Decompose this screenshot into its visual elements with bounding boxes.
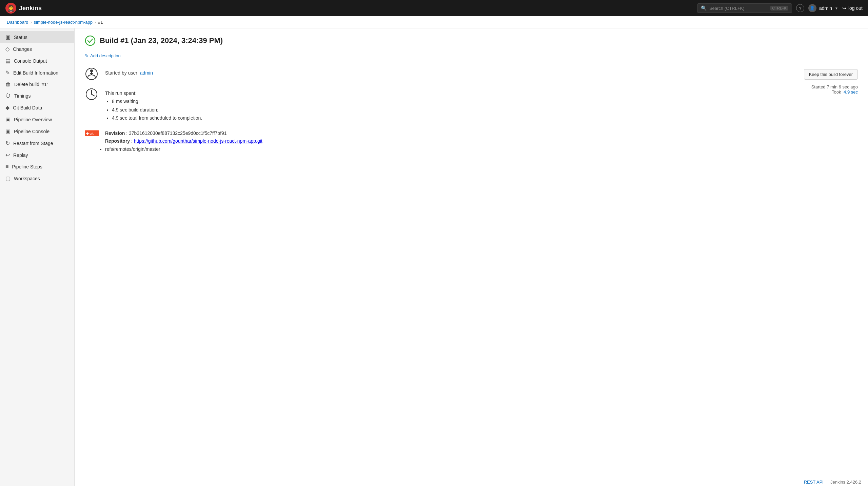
breadcrumb-project[interactable]: simple-node-js-react-npm-app [34,20,93,25]
sidebar-item-delete-build[interactable]: 🗑 Delete build '#1' [0,79,74,90]
repository-row: Repository : https://github.com/gounthar… [105,137,262,145]
sidebar-label-timings: Timings [14,93,31,99]
version-label: Jenkins 2.426.2 [830,480,861,485]
run-spent-label: This run spent: [105,89,858,97]
sidebar-label-workspaces: Workspaces [14,176,40,181]
logout-label: log out [848,5,863,11]
build-title: Build #1 (Jan 23, 2024, 3:24:39 PM) [100,36,223,45]
page-layout: ▣ Status ◇ Changes ▤ Console Output ✎ Ed… [0,28,868,486]
footer: REST API Jenkins 2.426.2 [797,476,868,486]
revision-row: Revision : 37b31612030ef887132c25e9d0cc1… [105,129,262,138]
svg-line-6 [92,94,94,96]
started-by-row: Started by user admin [85,67,858,81]
started-by-label: Started by user [105,70,137,76]
git-row: ◆ git Revision : 37b31612030ef887132c25e… [85,129,858,154]
svg-text:◆ git: ◆ git [86,131,94,135]
timings-icon: ⏱ [5,93,11,99]
git-logo: ◆ git [85,129,98,137]
started-by-icon [85,67,98,81]
sidebar-item-restart-from-stage[interactable]: ↻ Restart from Stage [0,137,74,149]
sidebar-item-workspaces[interactable]: ▢ Workspaces [0,172,74,184]
started-by-user-link[interactable]: admin [140,70,153,76]
run-spent-content: This run spent: 8 ms waiting; 4.9 sec bu… [105,87,858,123]
add-description-label: Add description [90,53,121,58]
run-spent-icon [85,87,98,101]
edit-icon: ✎ [5,69,10,76]
sidebar-label-replay: Replay [13,152,28,158]
sidebar-item-changes[interactable]: ◇ Changes [0,43,74,55]
jenkins-logo[interactable]: 🤵 Jenkins [5,3,42,14]
workspace-icon: ▢ [5,175,11,182]
run-spent-item-1: 4.9 sec build duration; [112,106,858,114]
search-input[interactable] [709,6,768,11]
sidebar-label-console: Console Output [14,58,47,64]
build-meta: Started 7 min 6 sec ago Took 4.9 sec [811,84,858,95]
sidebar: ▣ Status ◇ Changes ▤ Console Output ✎ Ed… [0,28,75,486]
breadcrumb-build: #1 [98,20,103,25]
rest-api-link[interactable]: REST API [804,480,824,485]
add-description[interactable]: ✎ Add description [85,53,121,58]
breadcrumb: Dashboard › simple-node-js-react-npm-app… [0,16,868,28]
search-bar[interactable]: 🔍 CTRL+K [697,3,792,13]
run-spent-row: This run spent: 8 ms waiting; 4.9 sec bu… [85,87,858,123]
logout-icon: ↪ [842,5,846,11]
pencil-icon: ✎ [85,53,88,58]
revision-value: 37b31612030ef887132c25e9d0cc1f5c7ff7bf91 [129,130,227,136]
logout-area[interactable]: ↪ log out [842,5,863,11]
sidebar-item-git-build-data[interactable]: ◆ Git Build Data [0,102,74,114]
git-ref-item: refs/remotes/origin/master [105,145,262,154]
user-area[interactable]: 👤 admin ▼ [808,4,838,12]
sidebar-item-timings[interactable]: ⏱ Timings [0,90,74,102]
git-content: Revision : 37b31612030ef887132c25e9d0cc1… [105,129,262,154]
sidebar-label-pipeline-console: Pipeline Console [14,129,50,134]
replay-icon: ↩ [5,152,10,158]
app-header: 🤵 Jenkins 🔍 CTRL+K ? 👤 admin ▼ ↪ log out [0,0,868,16]
svg-point-0 [85,36,95,45]
pipeline-console-icon: ▣ [5,128,11,135]
sidebar-item-replay[interactable]: ↩ Replay [0,149,74,161]
sidebar-item-pipeline-overview[interactable]: ▣ Pipeline Overview [0,114,74,125]
build-info: Started by user admin This run spent: [85,67,858,154]
breadcrumb-dashboard[interactable]: Dashboard [7,20,28,25]
started-by-content: Started by user admin [105,67,858,77]
pipeline-icon: ▣ [5,116,11,123]
sidebar-item-status[interactable]: ▣ Status [0,31,74,43]
help-icon[interactable]: ? [796,4,804,12]
took-info: Took 4.9 sec [811,89,858,95]
breadcrumb-sep-1: › [31,20,32,25]
status-icon: ▣ [5,34,11,40]
took-label: Took [832,89,841,95]
sidebar-label-delete: Delete build '#1' [14,82,48,87]
avatar: 👤 [808,4,816,12]
revision-label: Revision [105,130,125,136]
sidebar-label-pipeline: Pipeline Overview [14,117,52,122]
main-content: Build #1 (Jan 23, 2024, 3:24:39 PM) Keep… [75,28,868,486]
steps-icon: ≡ [5,164,8,170]
sidebar-label-restart: Restart from Stage [13,141,53,146]
changes-icon: ◇ [5,46,9,52]
chevron-down-icon: ▼ [835,6,838,10]
sidebar-label-status: Status [14,35,27,40]
search-shortcut-badge: CTRL+K [770,6,788,11]
run-spent-item-2: 4.9 sec total from scheduled to completi… [112,114,858,122]
sidebar-item-pipeline-steps[interactable]: ≡ Pipeline Steps [0,161,74,172]
sidebar-label-steps: Pipeline Steps [12,164,42,169]
svg-point-2 [90,69,93,72]
sidebar-item-pipeline-console[interactable]: ▣ Pipeline Console [0,125,74,137]
sidebar-label-edit-build: Edit Build Information [13,70,58,76]
repository-url-link[interactable]: https://github.com/gounthar/simple-node-… [134,138,262,144]
git-refs-list: refs/remotes/origin/master [105,145,262,154]
sidebar-label-git: Git Build Data [13,105,42,110]
success-icon [85,35,96,46]
started-info: Started 7 min 6 sec ago [811,84,858,89]
username-label: admin [819,5,832,11]
sidebar-item-console-output[interactable]: ▤ Console Output [0,55,74,67]
run-spent-list: 8 ms waiting; 4.9 sec build duration; 4.… [105,98,858,122]
sidebar-item-edit-build-info[interactable]: ✎ Edit Build Information [0,67,74,79]
delete-icon: 🗑 [5,81,11,87]
jenkins-logo-icon: 🤵 [5,3,16,14]
keep-build-button[interactable]: Keep this build forever [804,69,858,80]
run-spent-item-0: 8 ms waiting; [112,98,858,105]
took-value-link[interactable]: 4.9 sec [844,89,858,95]
sidebar-label-changes: Changes [13,46,32,52]
